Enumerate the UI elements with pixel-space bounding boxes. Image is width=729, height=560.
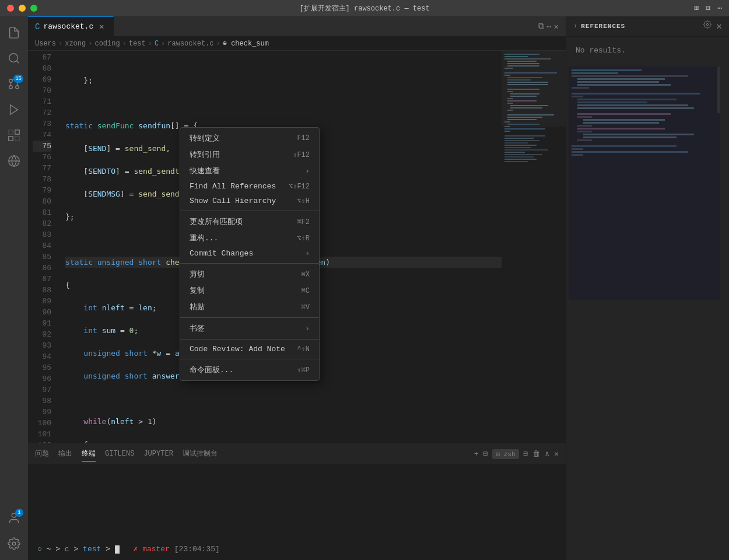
- svg-rect-56: [504, 159, 537, 160]
- minimize-button[interactable]: [19, 5, 26, 12]
- breadcrumb-test[interactable]: test: [129, 40, 146, 48]
- panel-settings-icon[interactable]: [703, 20, 712, 32]
- svg-rect-84: [572, 148, 583, 150]
- submenu-arrow-commit-icon: ›: [305, 249, 310, 258]
- close-panel-icon[interactable]: ✕: [554, 22, 559, 32]
- breadcrumb-function[interactable]: ⊕ check_sum: [223, 39, 269, 48]
- menu-shortcut-refactor: ⌥⇧R: [297, 234, 310, 243]
- terminal-separator-2: >: [73, 545, 83, 554]
- sidebar-item-debug[interactable]: [2, 98, 26, 121]
- svg-rect-48: [504, 140, 539, 141]
- terminal-line: ○ ~ > c > test > ✗ master [23:04:35]: [37, 544, 556, 555]
- menu-label-find-all-refs: Find All References: [190, 182, 276, 191]
- tab-debug-console[interactable]: 调试控制台: [183, 446, 218, 461]
- sidebar-item-settings[interactable]: [2, 532, 26, 555]
- sidebar-item-files[interactable]: [2, 21, 26, 44]
- editor-tab-rawsocket[interactable]: C rawsocket.c ✕: [28, 16, 114, 37]
- sidebar-item-accounts[interactable]: 1: [2, 506, 26, 530]
- menu-item-command-palette[interactable]: 命令面板... ⇧⌘P: [180, 362, 319, 378]
- menu-label-paste: 粘贴: [190, 302, 205, 312]
- menu-item-paste[interactable]: 粘贴 ⌘V: [180, 299, 319, 315]
- new-terminal-icon[interactable]: +: [474, 450, 479, 459]
- svg-rect-43: [504, 128, 545, 130]
- svg-rect-54: [504, 154, 542, 155]
- svg-marker-6: [10, 105, 18, 115]
- svg-rect-87: [717, 66, 720, 113]
- menu-label-rename-all: 更改所有匹配项: [190, 216, 243, 227]
- menu-item-cut[interactable]: 剪切 ⌘X: [180, 266, 319, 282]
- context-menu: 转到定义 F12 转到引用 ⇧F12 快速查看 › Find All Refer…: [180, 127, 320, 381]
- split-terminal-icon[interactable]: ⊟: [483, 449, 488, 459]
- activity-bottom: 1: [2, 506, 26, 560]
- menu-item-commit-changes[interactable]: Commit Changes ›: [180, 246, 319, 261]
- panel-header: › REFERENCES ✕: [566, 16, 729, 37]
- menu-item-call-hierarchy[interactable]: Show Call Hierarchy ⌥⇧H: [180, 194, 319, 208]
- editor-body: 6768697071 72737475 7677787980 818283848…: [28, 51, 566, 443]
- breadcrumb-users[interactable]: Users: [35, 40, 56, 48]
- more-actions-icon[interactable]: ⋯: [546, 22, 551, 32]
- tab-terminal[interactable]: 终端: [82, 446, 96, 461]
- editor-right-wrapper: C rawsocket.c ✕ ⧉ ⋯ ✕ Users › xzong › co…: [28, 16, 729, 560]
- menu-label-copy: 复制: [190, 285, 205, 296]
- menu-item-code-review[interactable]: Code Review: Add Note ^⇧N: [180, 342, 319, 356]
- terminal-trash-icon[interactable]: 🗑: [532, 450, 540, 459]
- menu-label-command-palette: 命令面板...: [190, 365, 233, 375]
- sidebar-item-extensions[interactable]: [2, 124, 26, 147]
- svg-rect-67: [572, 93, 700, 94]
- svg-point-2: [16, 86, 19, 89]
- split-editor-icon[interactable]: ⧉: [538, 22, 544, 31]
- tab-problems[interactable]: 问题: [35, 446, 49, 461]
- tab-output[interactable]: 输出: [58, 446, 72, 461]
- menu-item-find-all-refs[interactable]: Find All References ⌥⇧F12: [180, 179, 319, 194]
- panel-expand-icon[interactable]: ›: [573, 22, 577, 30]
- menu-item-bookmark[interactable]: 书签 ›: [180, 320, 319, 337]
- menu-shortcut-paste: ⌘V: [302, 303, 310, 312]
- svg-rect-65: [577, 84, 671, 86]
- close-button[interactable]: [7, 5, 14, 12]
- breadcrumb-coding[interactable]: coding: [94, 40, 120, 48]
- sidebar-item-git[interactable]: 15: [2, 72, 26, 96]
- breadcrumb-xzong[interactable]: xzong: [65, 40, 86, 48]
- tab-jupyter[interactable]: JUPYTER: [143, 447, 173, 461]
- svg-rect-51: [504, 147, 531, 148]
- terminal-layout-icon[interactable]: ⊟: [524, 449, 528, 459]
- breadcrumb-file[interactable]: rawsocket.c: [167, 40, 213, 48]
- sidebar-item-search[interactable]: [2, 47, 26, 70]
- terminal-content[interactable]: ○ ~ > c > test > ✗ master [23:04:35]: [28, 464, 566, 560]
- sidebar-item-remote[interactable]: [2, 149, 26, 173]
- svg-point-12: [12, 542, 16, 545]
- menu-shortcut-copy: ⌘C: [302, 286, 310, 295]
- tab-close-button[interactable]: ✕: [97, 22, 106, 32]
- svg-rect-71: [577, 104, 688, 106]
- terminal-prompt: ○: [37, 545, 42, 554]
- c-file-icon: C: [35, 22, 40, 32]
- terminal-close-icon[interactable]: ✕: [554, 449, 559, 459]
- menu-item-refactor[interactable]: 重构... ⌥⇧R: [180, 230, 319, 246]
- svg-point-58: [707, 23, 709, 26]
- menu-label-cut: 剪切: [190, 269, 205, 279]
- terminal-separator-3: >: [106, 545, 115, 554]
- menu-item-quick-peek[interactable]: 快速查看 ›: [180, 163, 319, 179]
- layout-icon[interactable]: ⊞: [695, 4, 699, 13]
- breadcrumb-lang[interactable]: C: [155, 40, 159, 48]
- terminal-chevron-up-icon[interactable]: ∧: [545, 449, 549, 459]
- terminal-cursor: [115, 545, 120, 554]
- menu-label-goto-references: 转到引用: [190, 149, 220, 160]
- menu-item-rename-all[interactable]: 更改所有匹配项 ⌘F2: [180, 214, 319, 230]
- tab-bar-actions: ⧉ ⋯ ✕: [538, 22, 566, 32]
- menu-shortcut-call-hierarchy: ⌥⇧H: [297, 197, 310, 205]
- menu-separator-4: [180, 339, 319, 340]
- panel-actions: ✕: [703, 20, 722, 32]
- bottom-tabs: 问题 输出 终端 GITLENS JUPYTER 调试控制台 + ⊟ ⊡ zsh…: [28, 444, 566, 464]
- menu-shortcut-find-all-refs: ⌥⇧F12: [289, 182, 310, 191]
- tab-gitlens[interactable]: GITLENS: [105, 447, 134, 461]
- split-icon[interactable]: ⊟: [706, 4, 710, 13]
- more-icon[interactable]: ⋯: [717, 4, 722, 13]
- maximize-button[interactable]: [30, 5, 37, 12]
- menu-item-goto-references[interactable]: 转到引用 ⇧F12: [180, 146, 319, 163]
- svg-rect-55: [504, 156, 534, 158]
- menu-item-goto-definition[interactable]: 转到定义 F12: [180, 130, 319, 146]
- menu-item-copy[interactable]: 复制 ⌘C: [180, 282, 319, 299]
- panel-close-icon[interactable]: ✕: [716, 20, 722, 32]
- line-numbers: 6768697071 72737475 7677787980 818283848…: [28, 51, 56, 443]
